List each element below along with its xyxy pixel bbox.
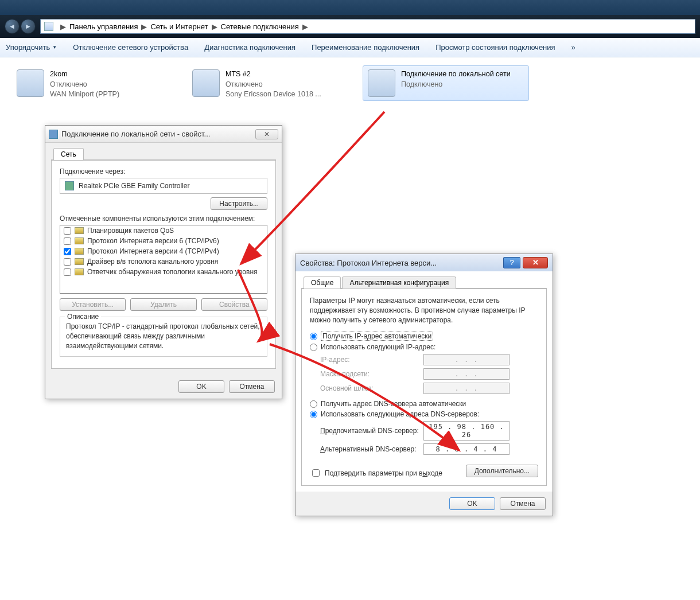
- radio-dns-manual[interactable]: Использовать следующие адреса DNS-сервер…: [310, 410, 538, 418]
- connection-status: Отключено: [225, 80, 321, 90]
- window-tabs: [0, 0, 700, 16]
- connection-item[interactable]: MTS #2 Отключено Sony Ericsson Device 10…: [187, 65, 353, 104]
- description-group: Описание Протокол TCP/IP - стандартный п…: [60, 317, 267, 357]
- connection-device: WAN Miniport (PPTP): [50, 89, 119, 100]
- adapter-field: Realtek PCIe GBE Family Controller: [60, 178, 267, 194]
- chevron-right-icon: ▶: [60, 22, 66, 31]
- breadcrumb[interactable]: ▶ Панель управления ▶ Сеть и Интернет ▶ …: [40, 19, 695, 34]
- ip-address-label: IP-адрес:: [320, 356, 423, 364]
- tab-alternative[interactable]: Альтернативная конфигурация: [342, 276, 456, 289]
- cancel-button[interactable]: Отмена: [229, 380, 275, 393]
- radio-label: Получить адрес DNS-сервера автоматически: [321, 400, 466, 408]
- organize-label: Упорядочить: [6, 43, 50, 52]
- radio-input[interactable]: [310, 411, 317, 418]
- chevron-right-icon: ▶: [302, 22, 308, 31]
- control-panel-icon: [44, 22, 53, 31]
- component-checkbox[interactable]: [64, 268, 71, 276]
- connection-item-selected[interactable]: Подключение по локальной сети Подключено: [363, 65, 529, 101]
- list-item[interactable]: Драйвер в/в тополога канального уровня: [60, 256, 267, 267]
- radio-input[interactable]: [310, 333, 317, 340]
- radio-label: Получить IP-адрес автоматически: [321, 332, 433, 341]
- breadcrumb-level1[interactable]: Сеть и Интернет: [150, 22, 208, 31]
- component-label: Драйвер в/в тополога канального уровня: [87, 258, 218, 266]
- organize-menu[interactable]: Упорядочить ▼: [6, 43, 57, 52]
- component-icon: [75, 227, 84, 234]
- component-checkbox[interactable]: [64, 258, 71, 266]
- tab-general[interactable]: Общие: [304, 276, 341, 289]
- connections-list: 2kom Отключено WAN Miniport (PPTP) MTS #…: [0, 57, 700, 112]
- close-button[interactable]: ✕: [255, 129, 278, 139]
- connect-using-label: Подключение через:: [60, 167, 267, 176]
- breadcrumb-root[interactable]: Панель управления: [69, 22, 138, 31]
- component-icon: [75, 237, 84, 244]
- radio-ip-auto[interactable]: Получить IP-адрес автоматически: [310, 332, 538, 341]
- component-label: Ответчик обнаружения топологии канальног…: [87, 268, 258, 276]
- connection-title: 2kom: [50, 69, 119, 80]
- subnet-mask-input: . . .: [423, 368, 510, 380]
- install-button[interactable]: Установить...: [60, 298, 126, 311]
- tab-network[interactable]: Сеть: [53, 148, 84, 160]
- view-status-button[interactable]: Просмотр состояния подключения: [435, 43, 555, 52]
- dialog-title: Подключение по локальной сети - свойст..…: [61, 130, 255, 138]
- modem-icon: [192, 69, 220, 97]
- info-text: Параметры IP могут назначаться автоматич…: [310, 296, 538, 325]
- component-label: Планировщик пакетов QoS: [87, 227, 174, 235]
- lan-icon: [368, 69, 395, 97]
- diagnose-button[interactable]: Диагностика подключения: [204, 43, 295, 52]
- command-toolbar: Упорядочить ▼ Отключение сетевого устрой…: [0, 38, 700, 57]
- list-item[interactable]: Протокол Интернета версии 6 (TCP/IPv6): [60, 236, 267, 246]
- preferred-dns-label: ППредпочитаемый DNS-сервер:редпочитаемый…: [320, 427, 423, 435]
- radio-ip-manual[interactable]: Использовать следующий IP-адрес:: [310, 343, 538, 351]
- forward-button[interactable]: ►: [21, 19, 36, 34]
- description-title: Описание: [65, 313, 101, 321]
- rename-button[interactable]: Переименование подключения: [312, 43, 419, 52]
- ok-button[interactable]: OK: [178, 380, 224, 393]
- confirm-on-exit-checkbox[interactable]: Подтвердить параметры при выходе: [310, 467, 442, 478]
- component-icon: [75, 268, 84, 275]
- component-label: Протокол Интернета версии 6 (TCP/IPv6): [87, 237, 219, 245]
- gateway-input: . . .: [423, 383, 510, 394]
- back-button[interactable]: ◄: [5, 19, 20, 34]
- connection-item[interactable]: 2kom Отключено WAN Miniport (PPTP): [11, 65, 178, 104]
- properties-button[interactable]: Свойства: [201, 298, 267, 311]
- remove-button[interactable]: Удалить: [130, 298, 196, 311]
- list-item[interactable]: Планировщик пакетов QoS: [60, 225, 267, 236]
- component-label: Протокол Интернета версии 4 (TCP/IPv4): [87, 247, 219, 255]
- radio-dns-auto[interactable]: Получить адрес DNS-сервера автоматически: [310, 400, 538, 408]
- radio-input[interactable]: [310, 400, 317, 408]
- modem-icon: [17, 69, 44, 97]
- component-icon: [75, 248, 84, 255]
- toolbar-overflow[interactable]: »: [571, 43, 575, 52]
- dialog-title: Свойства: Протокол Интернета верси...: [300, 259, 503, 267]
- help-button[interactable]: ?: [503, 257, 520, 268]
- connection-title: MTS #2: [225, 69, 321, 80]
- ok-button[interactable]: OK: [449, 497, 495, 510]
- checkbox-label: Подтвердить параметры при выходе: [325, 469, 442, 477]
- connection-status: Отключено: [50, 80, 119, 90]
- list-item[interactable]: Протокол Интернета версии 4 (TCP/IPv4): [60, 246, 267, 256]
- radio-input[interactable]: [310, 344, 317, 351]
- gateway-label: Основной шлюз:: [320, 384, 423, 392]
- component-checkbox[interactable]: [64, 237, 71, 245]
- disable-device-button[interactable]: Отключение сетевого устройства: [73, 43, 188, 52]
- list-item[interactable]: Ответчик обнаружения топологии канальног…: [60, 267, 267, 277]
- component-checkbox[interactable]: [64, 227, 71, 235]
- dialog-titlebar[interactable]: Свойства: Протокол Интернета верси... ? …: [295, 254, 553, 271]
- explorer-nav-bar: ◄ ► ▶ Панель управления ▶ Сеть и Интерне…: [0, 15, 700, 38]
- dialog-titlebar[interactable]: Подключение по локальной сети - свойст..…: [45, 126, 282, 143]
- component-icon: [75, 258, 84, 265]
- components-list[interactable]: Планировщик пакетов QoS Протокол Интерне…: [60, 225, 267, 294]
- advanced-button[interactable]: Дополнительно...: [466, 465, 538, 477]
- ipv4-properties-dialog: Свойства: Протокол Интернета верси... ? …: [295, 254, 553, 516]
- alternate-dns-input[interactable]: 8 . 8 . 4 . 4: [423, 443, 510, 455]
- chevron-right-icon: ▶: [212, 22, 217, 31]
- close-button[interactable]: ✕: [523, 257, 548, 268]
- description-text: Протокол TCP/IP - стандартный протокол г…: [66, 322, 261, 350]
- preferred-dns-input[interactable]: 195 . 98 . 160 . 26: [423, 421, 510, 441]
- configure-button[interactable]: Настроить...: [211, 197, 267, 210]
- cancel-button[interactable]: Отмена: [500, 497, 546, 510]
- ip-address-input: . . .: [423, 354, 510, 365]
- checkbox-input[interactable]: [312, 469, 320, 477]
- component-checkbox[interactable]: [64, 248, 71, 255]
- breadcrumb-level2[interactable]: Сетевые подключения: [221, 22, 299, 31]
